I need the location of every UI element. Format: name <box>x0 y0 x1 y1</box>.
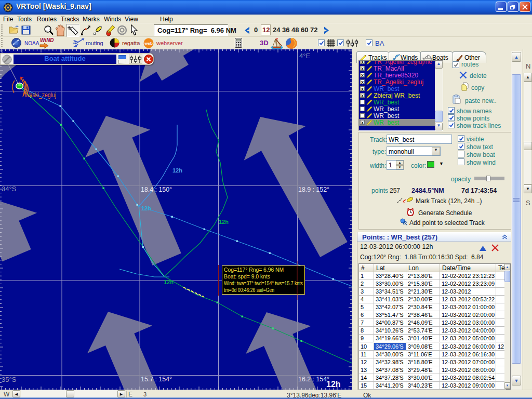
svg-text:18.4 : 150°: 18.4 : 150° <box>141 185 172 193</box>
svg-text:12h: 12h <box>172 167 182 174</box>
svg-text:Wind: twa=37° twd=154° tws=15.: Wind: twa=37° twd=154° tws=15.7 knts <box>224 280 303 286</box>
svg-text:Waski_zegluj: Waski_zegluj <box>24 91 56 99</box>
svg-text:18.9 : 152°: 18.9 : 152° <box>298 185 329 193</box>
svg-text:Cog=117° Rng= 6.96 NM: Cog=117° Rng= 6.96 NM <box>224 267 284 273</box>
svg-text:34°S: 34°S <box>2 185 17 193</box>
svg-text:12h: 12h <box>164 279 174 285</box>
svg-text:12h: 12h <box>326 380 341 389</box>
svg-text:web: web <box>144 41 153 46</box>
svg-text:15.7 : 154°: 15.7 : 154° <box>141 375 172 383</box>
svg-text:35°S: 35°S <box>2 376 17 383</box>
svg-text:12h: 12h <box>141 205 151 211</box>
svg-text:tm=0d 00:46:26 sail=Gen: tm=0d 00:46:26 sail=Gen <box>224 287 274 293</box>
svg-text:4°E: 4°E <box>299 52 310 60</box>
svg-text:12h: 12h <box>219 219 229 225</box>
svg-text:16.2 : 154°: 16.2 : 154° <box>298 375 329 383</box>
svg-text:Boat: spd= 9.0 knts: Boat: spd= 9.0 knts <box>224 273 270 280</box>
